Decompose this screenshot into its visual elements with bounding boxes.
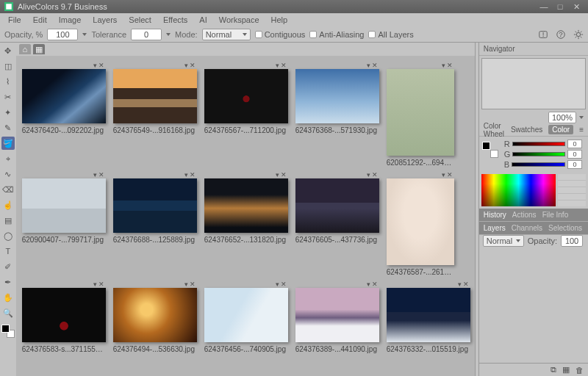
thumbnail-cell[interactable]: ▾✕620900407-...799717.jpg bbox=[22, 171, 106, 276]
menu-edit[interactable]: Edit bbox=[28, 14, 52, 26]
thumbnail-cell[interactable]: ▾✕624376332-...015519.jpg bbox=[387, 281, 470, 353]
tolerance-input[interactable]: 0 bbox=[131, 29, 162, 40]
hue-picker[interactable] bbox=[481, 174, 556, 206]
new-layer-icon[interactable]: ▦ bbox=[562, 365, 570, 375]
eyedrop-tool[interactable]: ✐ bbox=[1, 260, 15, 273]
layer-opacity-label: Opacity: bbox=[528, 236, 557, 245]
menu-select[interactable]: Select bbox=[123, 14, 157, 26]
menu-layers[interactable]: Layers bbox=[87, 14, 122, 26]
wand-tool[interactable]: ✦ bbox=[1, 106, 15, 119]
thumbnail-cell[interactable]: ▾✕624376605-...437736.jpg bbox=[295, 171, 379, 276]
thumbnail-cell[interactable]: ▾✕624376389-...441090.jpg bbox=[295, 281, 379, 353]
tab-actions[interactable]: Actions bbox=[512, 211, 537, 219]
menu-workspace[interactable]: Workspace bbox=[214, 14, 265, 26]
thumbnail-cell[interactable]: ▾✕624376652-...131820.jpg bbox=[204, 171, 288, 276]
text-tool[interactable]: T bbox=[1, 245, 15, 258]
tab-color[interactable]: Color bbox=[548, 125, 573, 134]
zoom-input[interactable]: 100% bbox=[548, 112, 576, 123]
home-tab[interactable]: ⌂ bbox=[19, 44, 31, 54]
eraser-tool[interactable]: ⌫ bbox=[1, 183, 15, 196]
antialias-checkbox[interactable]: Anti-Aliasing bbox=[309, 30, 364, 39]
tab-swatches[interactable]: Swatches bbox=[511, 126, 542, 134]
rgb-value[interactable]: 0 bbox=[567, 140, 582, 148]
tab-layers[interactable]: Layers bbox=[484, 224, 506, 232]
rgb-slider[interactable] bbox=[512, 162, 565, 167]
close-button[interactable]: ✕ bbox=[569, 2, 584, 11]
thumbnail-cell[interactable]: ▾✕624376567-...711200.jpg bbox=[204, 62, 288, 167]
history-panel-tabs: History Actions File Info bbox=[479, 209, 588, 222]
thumbnail-cell[interactable]: ▾✕624376549-...916168.jpg bbox=[113, 62, 197, 167]
menu-help[interactable]: Help bbox=[266, 14, 293, 26]
thumbnail-cell[interactable]: ▾✕624376494-...536630.jpg bbox=[113, 281, 197, 353]
clone-tool[interactable]: ⌖ bbox=[1, 152, 15, 165]
thumbnail-grid: ▾✕624376420-...092202.jpg▾✕624376549-...… bbox=[16, 56, 475, 376]
tab-history[interactable]: History bbox=[484, 211, 506, 219]
lasso-tool[interactable]: ⌇ bbox=[1, 75, 15, 88]
menu-ai[interactable]: AI bbox=[194, 14, 212, 26]
thumbnail-cell[interactable]: ▾✕624376368-...571930.jpg bbox=[295, 62, 379, 167]
layer-opacity-input[interactable]: 100 bbox=[561, 235, 583, 247]
thumbnail-caption: 624376549-...916168.jpg bbox=[113, 126, 197, 134]
zoom-tool[interactable]: 🔍 bbox=[1, 306, 15, 319]
brush-tool[interactable]: ✎ bbox=[1, 121, 15, 134]
navigator-preview[interactable] bbox=[481, 58, 586, 109]
help-icon[interactable]: ? bbox=[556, 29, 566, 40]
link-icon[interactable]: ⧉ bbox=[551, 365, 556, 375]
thumbnail-cell[interactable]: ▾✕624376420-...092202.jpg bbox=[22, 62, 106, 167]
notify-icon[interactable]: ! bbox=[538, 29, 548, 40]
menu-file[interactable]: File bbox=[3, 14, 26, 26]
tab-channels[interactable]: Channels bbox=[512, 224, 542, 232]
rgb-slider[interactable] bbox=[512, 152, 565, 156]
panel-swatches[interactable] bbox=[482, 142, 498, 158]
hand-tool[interactable]: ✋ bbox=[1, 291, 15, 304]
color-panel-tabs: Color Wheel Swatches Color ≡ bbox=[479, 123, 588, 137]
marquee-tool[interactable]: ◫ bbox=[1, 59, 15, 73]
settings-icon[interactable] bbox=[573, 29, 584, 40]
thumbnail-cell[interactable]: ▾✕624376688-...125889.jpg bbox=[113, 171, 197, 276]
navigator-header[interactable]: Navigator bbox=[479, 43, 588, 56]
minimize-button[interactable]: — bbox=[537, 2, 551, 11]
blur-tool[interactable]: ∿ bbox=[1, 167, 15, 181]
thumbnail-caption: 624376456-...740905.jpg bbox=[204, 345, 288, 353]
thumbnail-caption: 624376652-...131820.jpg bbox=[204, 236, 288, 244]
rgb-slider[interactable] bbox=[512, 142, 565, 146]
maximize-button[interactable]: □ bbox=[553, 2, 567, 11]
gradient-tool[interactable]: ▤ bbox=[1, 214, 15, 227]
crop-tool[interactable]: ✂ bbox=[1, 90, 15, 104]
color-swatches[interactable] bbox=[1, 325, 15, 338]
opacity-input[interactable]: 100 bbox=[47, 29, 78, 40]
move-tool[interactable]: ✥ bbox=[1, 44, 15, 57]
thumbnail-cell[interactable]: ▾✕624376587-...261092.jpg bbox=[387, 171, 454, 276]
alllayers-checkbox[interactable]: All Layers bbox=[368, 30, 413, 39]
tab-fileinfo[interactable]: File Info bbox=[542, 211, 569, 219]
thumbnail-caption: 624376389-...441090.jpg bbox=[295, 345, 379, 353]
thumbnail-cell[interactable]: ▾✕620851292-...694221.jpg bbox=[387, 62, 454, 167]
pen-tool[interactable]: ✒ bbox=[1, 275, 15, 289]
shape-tool[interactable]: ◯ bbox=[1, 229, 15, 242]
menu-image[interactable]: Image bbox=[54, 14, 87, 26]
color-grid[interactable] bbox=[558, 174, 586, 206]
panel-footer: ⧉ ▦ 🗑 bbox=[479, 363, 588, 376]
thumbnail-caption: 620851292-...694221.jpg bbox=[387, 159, 454, 167]
menu-effects[interactable]: Effects bbox=[158, 14, 193, 26]
thumbnail-cell[interactable]: ▾✕624376583-s...3711551.jpg bbox=[22, 281, 106, 353]
svg-text:?: ? bbox=[559, 29, 562, 37]
browser-tab[interactable]: ▦ bbox=[33, 44, 45, 54]
tab-selections[interactable]: Selections bbox=[548, 224, 582, 232]
tab-colorwheel[interactable]: Color Wheel bbox=[484, 122, 505, 138]
layers-panel-tabs: Layers Channels Selections bbox=[479, 222, 588, 235]
trash-icon[interactable]: 🗑 bbox=[576, 366, 584, 375]
thumbnail-caption: 624376368-...571930.jpg bbox=[295, 126, 379, 134]
mode-select[interactable]: Normal bbox=[202, 29, 251, 40]
opacity-label: Opacity, % bbox=[4, 30, 43, 39]
rgb-value[interactable]: 0 bbox=[567, 150, 582, 159]
app-title: AliveColors 9.7 Business bbox=[18, 2, 107, 11]
thumbnail-caption: 624376567-...711200.jpg bbox=[204, 126, 288, 134]
smudge-tool[interactable]: ☝ bbox=[1, 198, 15, 212]
blend-select[interactable]: Normal bbox=[483, 235, 524, 247]
thumbnail-cell[interactable]: ▾✕624376456-...740905.jpg bbox=[204, 281, 288, 353]
fill-tool[interactable]: 🪣 bbox=[1, 137, 15, 150]
toolbox: ✥ ◫ ⌇ ✂ ✦ ✎ 🪣 ⌖ ∿ ⌫ ☝ ▤ ◯ T ✐ ✒ ✋ 🔍 bbox=[0, 43, 16, 376]
contiguous-checkbox[interactable]: Contiguous bbox=[255, 30, 306, 39]
rgb-value[interactable]: 0 bbox=[567, 160, 582, 169]
